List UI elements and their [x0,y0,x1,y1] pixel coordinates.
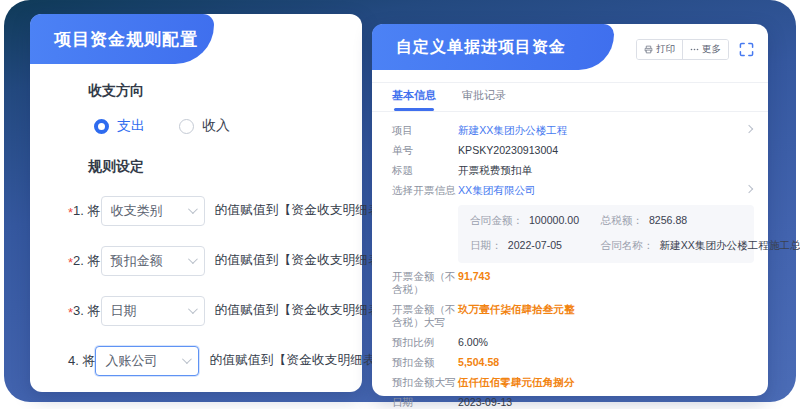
field-row-doc-number: 单号 KPSKY20230913004 [392,144,754,157]
invoice-amount-caps-value: 玖万壹仟柒佰肆拾叁元整 [458,303,575,316]
doc-title-value: 开票税费预扣单 [458,164,532,177]
rule-2-prefix: 2. 将 [73,252,100,270]
tab-approval-record[interactable]: 审批记录 [462,88,506,111]
tab-bar: 基本信息 审批记录 [392,88,506,111]
chevron-down-icon [182,354,192,364]
toolbar-button-group: 打印 更多 [636,39,729,60]
total-tax: 总税额： 8256.88 [601,214,742,228]
contract-date-value: 2022-07-05 [508,239,562,253]
withhold-ratio-value: 6.00% [458,336,488,349]
date-label: 日期 [392,396,458,409]
rule-3-prefix: 3. 将 [73,302,100,320]
radio-income-label: 收入 [202,117,230,135]
rule-1-field-select[interactable]: 收支类别 [101,196,205,226]
rule-3-field-value: 日期 [111,302,137,320]
left-panel-title: 项目资金规则配置 [54,28,198,51]
rule-4-prefix: 4. 将 [68,352,95,370]
project-link[interactable]: 新建XX集团办公楼工程 [458,124,567,137]
field-row-withhold-ratio: 预扣比例 6.00% [392,336,754,349]
doc-number-label: 单号 [392,144,458,157]
right-panel-toolbar: 打印 更多 [636,39,754,60]
contract-amount-label: 合同金额： [470,214,523,228]
fullscreen-expand-icon [739,42,754,57]
fullscreen-button[interactable] [739,42,754,57]
invoice-info-link[interactable]: XX集团有限公司 [458,184,536,197]
chevron-down-icon [187,204,197,214]
doc-title-label: 标题 [392,164,458,177]
field-row-invoice-amount-caps: 开票金额（不含税）大写 玖万壹仟柒佰肆拾叁元整 [392,303,754,329]
withhold-amount-value: 5,504.58 [458,356,499,369]
contract-name-value: 新建XX集团办公楼工程施工总承包合同 [660,239,800,253]
right-panel-title-ribbon: 自定义单据进项目资金 [372,24,614,70]
tab-basic-info-label: 基本信息 [392,89,436,101]
total-tax-value: 8256.88 [649,214,687,228]
tab-approval-record-label: 审批记录 [462,89,506,101]
contract-name: 合同名称： 新建XX集团办公楼工程施工总承包合同 [601,239,742,253]
print-button[interactable]: 打印 [637,40,682,59]
radio-unselected-icon [179,119,194,134]
rule-4-field-select[interactable]: 入账公司 [95,346,199,376]
print-button-label: 打印 [656,43,675,56]
right-panel-title: 自定义单据进项目资金 [396,37,566,58]
direction-radio-group: 支出 收入 [94,116,342,136]
doc-number-value: KPSKY20230913004 [458,144,558,157]
withhold-amount-caps-label: 预扣金额大写 [392,376,458,389]
rule-3-field-select[interactable]: 日期 [101,296,205,326]
contract-info-box: 合同金额： 100000.00 总税额： 8256.88 日期： 2022-07… [458,205,754,263]
direction-section-label: 收支方向 [88,82,342,100]
withhold-amount-caps-value: 伍仟伍佰零肆元伍角捌分 [458,376,575,389]
document-form: 项目 新建XX集团办公楼工程 单号 KPSKY20230913004 标题 开票… [392,117,754,388]
chevron-down-icon [187,304,197,314]
screenshot-stage: 项目资金规则配置 收支方向 支出 收入 规则设定 * 1. 将 收支类别 [0,0,800,409]
radio-expense[interactable]: 支出 [94,117,145,135]
custom-document-panel: 自定义单据进项目资金 打印 更多 基本信息 [372,24,768,396]
total-tax-label: 总税额： [601,214,643,228]
radio-income[interactable]: 收入 [179,117,230,135]
field-row-project: 项目 新建XX集团办公楼工程 [392,124,754,137]
radio-selected-icon [94,119,109,134]
tab-bar-divider [372,111,768,112]
chevron-right-icon[interactable] [745,185,753,193]
field-row-invoice-info: 选择开票信息 XX集团有限公司 [392,184,754,197]
chevron-right-icon[interactable] [745,125,753,133]
invoice-amount-value: 91,743 [458,270,490,283]
printer-icon [644,45,653,54]
chevron-down-icon [187,254,197,264]
header-divider [372,82,768,83]
withhold-ratio-label: 预扣比例 [392,336,458,349]
contract-date-label: 日期： [470,239,502,253]
tab-basic-info[interactable]: 基本信息 [392,88,436,111]
contract-amount-value: 100000.00 [529,214,579,228]
withhold-amount-label: 预扣金额 [392,356,458,369]
rules-section-label: 规则设定 [88,158,342,176]
rule-row-4: 4. 将 入账公司 的值赋值到【资金收支明细表-往来单位】中 [68,345,342,376]
invoice-amount-caps-label: 开票金额（不含税）大写 [392,303,458,329]
rule-row-2: * 2. 将 预扣金额 的值赋值到【资金收支明细表-金额】中 [68,245,342,276]
field-row-withhold-amount-caps: 预扣金额大写 伍仟伍佰零肆元伍角捌分 [392,376,754,389]
rule-row-1: * 1. 将 收支类别 的值赋值到【资金收支明细表-收支类别】中 [68,195,342,226]
contract-name-label: 合同名称： [601,239,654,253]
rule-2-field-select[interactable]: 预扣金额 [101,246,205,276]
contract-amount: 合同金额： 100000.00 [470,214,601,228]
rule-1-prefix: 1. 将 [73,202,100,220]
field-row-title: 标题 开票税费预扣单 [392,164,754,177]
field-row-withhold-amount: 预扣金额 5,504.58 [392,356,754,369]
project-label: 项目 [392,124,458,137]
date-value: 2023-09-13 [458,396,512,409]
more-dots-icon [690,45,699,54]
contract-date: 日期： 2022-07-05 [470,239,601,253]
radio-expense-label: 支出 [117,117,145,135]
field-row-date: 日期 2023-09-13 [392,396,754,409]
invoice-info-label: 选择开票信息 [392,184,458,197]
field-row-invoice-amount: 开票金额（不含税） 91,743 [392,270,754,296]
rule-2-field-value: 预扣金额 [111,252,163,270]
rule-row-3: * 3. 将 日期 的值赋值到【资金收支明细表-收支日期】中 [68,295,342,326]
fund-rule-config-panel: 项目资金规则配置 收支方向 支出 收入 规则设定 * 1. 将 收支类别 [30,14,362,392]
invoice-amount-label: 开票金额（不含税） [392,270,458,296]
left-panel-title-ribbon: 项目资金规则配置 [30,14,214,64]
rule-1-field-value: 收支类别 [111,202,163,220]
rule-4-field-value: 入账公司 [105,352,157,370]
more-button-label: 更多 [702,43,721,56]
more-button[interactable]: 更多 [682,40,728,59]
